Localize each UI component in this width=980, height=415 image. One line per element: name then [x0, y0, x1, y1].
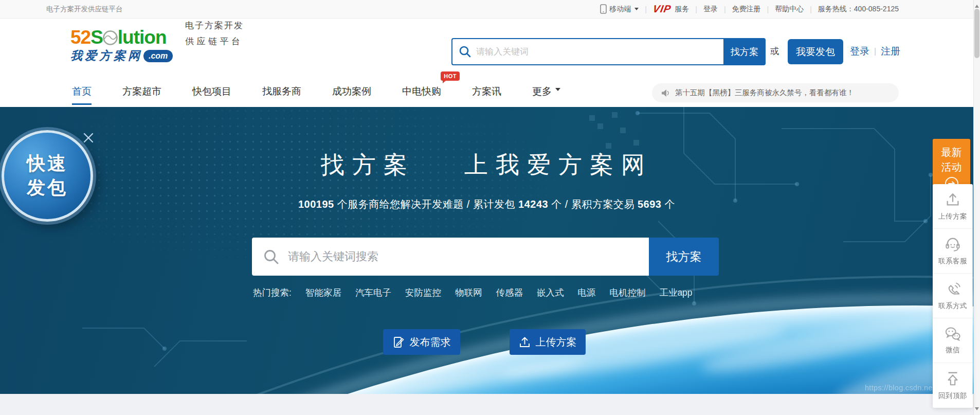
- header-register-link[interactable]: 注册: [881, 45, 900, 58]
- scrollbar[interactable]: [973, 0, 980, 415]
- nav-item-cec-quickbuy[interactable]: 中电快购 HOT: [402, 85, 441, 98]
- sidebar-contact-info[interactable]: 联系方式: [933, 274, 973, 318]
- sidebar-item-label: 微信: [946, 346, 960, 355]
- sidebar-contact-support[interactable]: 联系客服: [933, 229, 973, 274]
- or-label: 或: [770, 45, 779, 57]
- banner-search-button[interactable]: 找方案: [649, 238, 719, 276]
- hot-keyword[interactable]: 电源: [577, 286, 595, 299]
- sidebar-item-label: 上传方案: [938, 212, 967, 221]
- publish-demand-button[interactable]: 发布需求: [383, 329, 460, 355]
- mobile-label: 移动端: [609, 5, 631, 14]
- publish-demand-label: 发布需求: [410, 335, 451, 349]
- stat-text-2: 个 / 累积方案交易: [548, 199, 638, 210]
- hot-keyword[interactable]: 嵌入式: [537, 286, 564, 299]
- upload-icon: [519, 336, 531, 348]
- sidebar-back-to-top[interactable]: 回到顶部: [933, 363, 973, 408]
- hot-keyword[interactable]: 传感器: [496, 286, 523, 299]
- free-register-link[interactable]: 免费注册: [732, 5, 761, 14]
- close-icon[interactable]: [82, 132, 95, 146]
- divider: |: [644, 5, 648, 13]
- stat-text-3: 个: [661, 199, 675, 210]
- upload-icon: [945, 191, 961, 208]
- sidebar-item-label: 联系客服: [938, 257, 967, 266]
- hot-keyword[interactable]: 安防监控: [405, 286, 441, 299]
- sidebar-item-label: 回到顶部: [938, 391, 967, 401]
- hot-keyword[interactable]: 汽车电子: [355, 286, 391, 299]
- banner-search-input[interactable]: [252, 238, 649, 276]
- stat-dispatched: 14243: [518, 199, 548, 210]
- hot-keyword[interactable]: 物联网: [455, 286, 482, 299]
- stat-text-1: 个服务商给您解决开发难题 / 累计发包: [334, 199, 518, 210]
- hot-keyword[interactable]: 工业app: [659, 286, 692, 299]
- vip-service-label: 服务: [675, 5, 689, 14]
- header-login-link[interactable]: 登录: [850, 45, 869, 58]
- page: 电子方案开发供应链平台 移动端 | VIP 服务 | 登录 | 免费注册 | 帮…: [0, 0, 980, 415]
- nav-item-home[interactable]: 首页: [72, 85, 92, 98]
- main-header: 52 S lution 我爱方案网 .com 电子方案开发 供应链平台 找方案: [0, 19, 973, 75]
- nav-item-label: 更多: [532, 86, 552, 97]
- hot-keyword[interactable]: 电机控制: [609, 286, 645, 299]
- help-center-link[interactable]: 帮助中心: [775, 5, 804, 14]
- announcement-text: 第十五期【黑榜】三服务商被永久禁号，看看都有谁！: [675, 88, 854, 98]
- platform-tagline: 电子方案开发供应链平台: [46, 0, 123, 18]
- header-search-input[interactable]: [451, 38, 723, 65]
- login-link[interactable]: 登录: [703, 5, 718, 14]
- logo-52: 52: [70, 28, 90, 47]
- nav-item-find-providers[interactable]: 找服务商: [262, 85, 301, 98]
- post-project-button[interactable]: 我要发包: [788, 39, 843, 64]
- hot-badge: HOT: [441, 71, 460, 81]
- nav-item-solution-market[interactable]: 方案超市: [122, 85, 161, 98]
- scrollbar-thumb[interactable]: [974, 9, 979, 58]
- stat-deals: 5693: [638, 199, 662, 210]
- service-hotline: 服务热线：400-085-2125: [818, 5, 899, 14]
- logo-tagline-1: 电子方案开发: [185, 20, 244, 31]
- topbar-links: 移动端 | VIP 服务 | 登录 | 免费注册 | 帮助中心 | 服务热线：4…: [600, 0, 899, 18]
- upload-solution-label: 上传方案: [536, 335, 577, 349]
- header-search: 找方案: [451, 38, 766, 65]
- speaker-icon: [661, 89, 670, 97]
- nav-item-news[interactable]: 方案讯: [472, 85, 501, 98]
- header-search-button[interactable]: 找方案: [723, 38, 766, 65]
- divider: |: [694, 5, 698, 13]
- banner-title-right: 上我爱方案网: [464, 151, 652, 178]
- nav-list: 首页 方案超市 快包项目 找服务商 成功案例 中电快购 HOT 方案讯 更多: [72, 85, 560, 98]
- banner-title: 找方案上我爱方案网: [0, 149, 973, 181]
- wechat-icon: [944, 326, 961, 341]
- nav-item-success-cases[interactable]: 成功案例: [332, 85, 371, 98]
- divider: |: [809, 5, 813, 13]
- floating-toolbar: 上传方案 联系客服 联系方式 微信 回到顶部: [933, 184, 973, 408]
- mobile-menu[interactable]: 移动端: [600, 4, 639, 14]
- stat-providers: 100195: [298, 199, 334, 210]
- announcement-bar[interactable]: 第十五期【黑榜】三服务商被永久禁号，看看都有谁！: [652, 83, 899, 102]
- nav-item-quick-projects[interactable]: 快包项目: [192, 85, 231, 98]
- back-to-top-icon: [945, 371, 961, 387]
- nav-item-label: 中电快购: [402, 86, 441, 97]
- logo-cn-line: 我爱方案网 .com: [70, 48, 312, 64]
- divider: |: [723, 5, 727, 13]
- hero-banner: 快速 发包 找方案上我爱方案网 100195 个服务商给您解决开发难题 / 累计…: [0, 107, 973, 394]
- logo-wave-o-icon: [102, 30, 118, 47]
- upload-solution-button[interactable]: 上传方案: [510, 329, 586, 355]
- nav-item-more[interactable]: 更多: [532, 85, 560, 98]
- scroll-down-arrow[interactable]: [975, 407, 979, 412]
- hot-keyword[interactable]: 智能家居: [305, 286, 341, 299]
- caret-down-icon: [634, 8, 639, 12]
- vip-logo: VIP: [652, 3, 672, 15]
- sidebar-upload-solution[interactable]: 上传方案: [933, 184, 973, 229]
- search-icon: [459, 45, 471, 60]
- hot-search-row: 热门搜索: 智能家居 汽车电子 安防监控 物联网 传感器 嵌入式 电源 电机控制…: [253, 286, 693, 299]
- search-icon: [263, 249, 279, 267]
- sidebar-item-label: 联系方式: [938, 301, 967, 311]
- vip-service-link[interactable]: VIP 服务: [653, 3, 689, 15]
- hot-search-label: 热门搜索:: [253, 286, 292, 299]
- main-nav: 首页 方案超市 快包项目 找服务商 成功案例 中电快购 HOT 方案讯 更多 第…: [0, 75, 973, 107]
- top-utility-bar: 电子方案开发供应链平台 移动端 | VIP 服务 | 登录 | 免费注册 | 帮…: [0, 0, 973, 19]
- logo-tagline: 电子方案开发 供应链平台: [185, 20, 244, 47]
- chevron-down-icon: [555, 88, 560, 94]
- scroll-up-arrow[interactable]: [975, 3, 979, 8]
- latest-activity-button[interactable]: 最新 活动: [933, 139, 970, 188]
- footer-strip: [0, 394, 973, 415]
- sidebar-wechat[interactable]: 微信: [933, 318, 973, 363]
- logo-solution-rest: lution: [118, 28, 167, 47]
- divider: |: [874, 47, 876, 56]
